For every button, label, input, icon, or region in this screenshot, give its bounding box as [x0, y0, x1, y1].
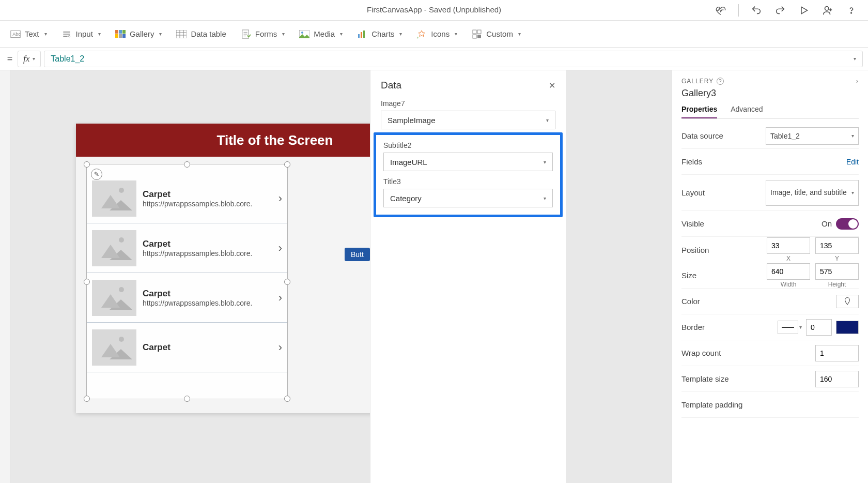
ribbon-input[interactable]: Input▾: [61, 29, 101, 39]
canvas-area[interactable]: Title of the Screen Butt ✎ Carpet: [10, 70, 672, 483]
edit-pencil-icon[interactable]: ✎: [91, 169, 102, 180]
gallery-item[interactable]: Carpet https://pwrappssamples.blob.core.…: [87, 174, 287, 223]
properties-panel: GALLERY ? › Gallery3 Properties Advanced…: [672, 70, 868, 483]
size-width-input[interactable]: [767, 263, 810, 280]
custom-icon: [472, 29, 482, 39]
layout-select[interactable]: Image, title, and subtitle ▾: [766, 180, 859, 206]
position-x-input[interactable]: [767, 237, 810, 254]
resize-handle[interactable]: [84, 161, 90, 168]
app-title: FirstCanvasApp - Saved (Unpublished): [367, 5, 501, 14]
image-placeholder-icon: [92, 329, 136, 366]
ribbon-icons[interactable]: Icons▾: [416, 29, 457, 39]
resize-handle[interactable]: [284, 279, 290, 285]
insert-ribbon: Abc Text▾ Input▾ Gallery▾ Data table For…: [0, 21, 868, 48]
chevron-right-icon[interactable]: ›: [278, 192, 282, 205]
chevron-right-icon[interactable]: ›: [856, 78, 859, 85]
left-rail[interactable]: [0, 70, 10, 483]
resize-handle[interactable]: [184, 161, 190, 168]
gallery-item[interactable]: Carpet https://pwrappssamples.blob.core.…: [87, 273, 287, 323]
tab-advanced[interactable]: Advanced: [731, 105, 763, 118]
ribbon-media[interactable]: Media▾: [299, 29, 343, 39]
highlighted-fields: Subtitle2 ImageURL ▾ Title3 Category ▾: [374, 132, 563, 217]
sublabel: X: [767, 255, 810, 262]
title-select[interactable]: Category ▾: [383, 189, 553, 207]
ribbon-text[interactable]: Abc Text▾: [10, 29, 47, 39]
play-icon[interactable]: [798, 4, 810, 17]
svg-rect-11: [122, 34, 126, 38]
prop-fields: Fields Edit: [681, 149, 859, 175]
resize-handle[interactable]: [184, 396, 190, 402]
prop-wrap-count: Wrap count: [681, 340, 859, 366]
fx-selector[interactable]: fx ▾: [18, 51, 41, 67]
item-title: Carpet: [143, 189, 272, 200]
gallery-icon: [115, 29, 126, 39]
ribbon-gallery-label: Gallery: [130, 29, 154, 38]
image-select[interactable]: SampleImage ▾: [381, 111, 555, 129]
icons-icon: [416, 29, 427, 39]
ribbon-gallery[interactable]: Gallery▾: [115, 29, 162, 39]
gallery-selected[interactable]: ✎ Carpet https://pwrappssamples.blob.cor…: [86, 164, 288, 399]
item-subtitle: https://pwrappssamples.blob.core.: [143, 249, 261, 258]
border-width-input[interactable]: [806, 319, 832, 336]
redo-icon[interactable]: [774, 4, 786, 17]
input-icon: [61, 29, 72, 39]
border-style-select[interactable]: [778, 321, 798, 334]
svg-point-5: [68, 35, 70, 37]
gallery-item[interactable]: Carpet https://pwrappssamples.blob.core.…: [87, 223, 287, 273]
ribbon-forms[interactable]: Forms▾: [241, 29, 285, 39]
border-color-swatch[interactable]: [836, 321, 859, 334]
help-icon[interactable]: [845, 4, 858, 17]
canvas-button[interactable]: Butt: [345, 248, 370, 261]
control-name: Gallery3: [681, 88, 859, 99]
resize-handle[interactable]: [284, 396, 290, 402]
chevron-right-icon[interactable]: ›: [278, 341, 282, 354]
resize-handle[interactable]: [284, 161, 290, 168]
close-icon[interactable]: ✕: [549, 81, 555, 90]
template-size-input[interactable]: [815, 371, 859, 387]
ribbon-charts[interactable]: Charts▾: [357, 29, 402, 39]
share-icon[interactable]: [822, 4, 834, 17]
subtitle-select[interactable]: ImageURL ▾: [383, 153, 553, 171]
prop-label: Layout: [681, 188, 761, 197]
svg-rect-6: [115, 30, 118, 34]
position-y-input[interactable]: [815, 237, 859, 254]
datasource-select[interactable]: Table1_2 ▾: [766, 127, 859, 145]
prop-border: Border ▾: [681, 314, 859, 340]
ribbon-datatable[interactable]: Data table: [176, 29, 226, 39]
resize-handle[interactable]: [84, 396, 90, 402]
visible-toggle[interactable]: [836, 218, 859, 230]
svg-marker-0: [801, 7, 808, 13]
select-value: Image, title, and subtitle: [770, 188, 847, 197]
prop-label: Position: [681, 246, 762, 254]
help-circle-icon[interactable]: ?: [717, 78, 724, 85]
image-placeholder-icon: [92, 230, 136, 266]
tab-properties[interactable]: Properties: [681, 105, 717, 118]
chevron-right-icon[interactable]: ›: [278, 242, 282, 255]
titlebar-actions: [715, 4, 858, 17]
ribbon-datatable-label: Data table: [191, 29, 226, 38]
undo-icon[interactable]: [750, 4, 763, 17]
divider: [738, 4, 739, 17]
prop-layout: Layout Image, title, and subtitle ▾: [681, 175, 859, 211]
ribbon-forms-label: Forms: [255, 29, 277, 38]
formula-bar: = fx ▾ Table1_2 ▾: [0, 48, 868, 70]
svg-rect-22: [477, 35, 481, 38]
chevron-down-icon: ▾: [282, 31, 285, 37]
color-picker[interactable]: [836, 295, 859, 308]
chevron-down-icon: ▾: [799, 324, 802, 330]
resize-handle[interactable]: [84, 279, 90, 285]
wrap-count-input[interactable]: [815, 345, 859, 361]
chevron-down-icon: ▾: [399, 31, 402, 37]
visible-text: On: [822, 219, 832, 228]
svg-rect-9: [115, 34, 118, 38]
formula-input[interactable]: Table1_2 ▾: [44, 51, 863, 67]
fields-edit-link[interactable]: Edit: [846, 158, 859, 166]
svg-rect-8: [122, 30, 126, 34]
health-icon[interactable]: [715, 4, 727, 17]
item-title: Carpet: [143, 289, 272, 299]
chevron-right-icon[interactable]: ›: [278, 291, 282, 305]
data-panel-title: Data: [381, 80, 401, 91]
size-height-input[interactable]: [815, 263, 859, 280]
ribbon-custom[interactable]: Custom▾: [472, 29, 521, 39]
gallery-item[interactable]: Carpet ›: [87, 323, 287, 372]
